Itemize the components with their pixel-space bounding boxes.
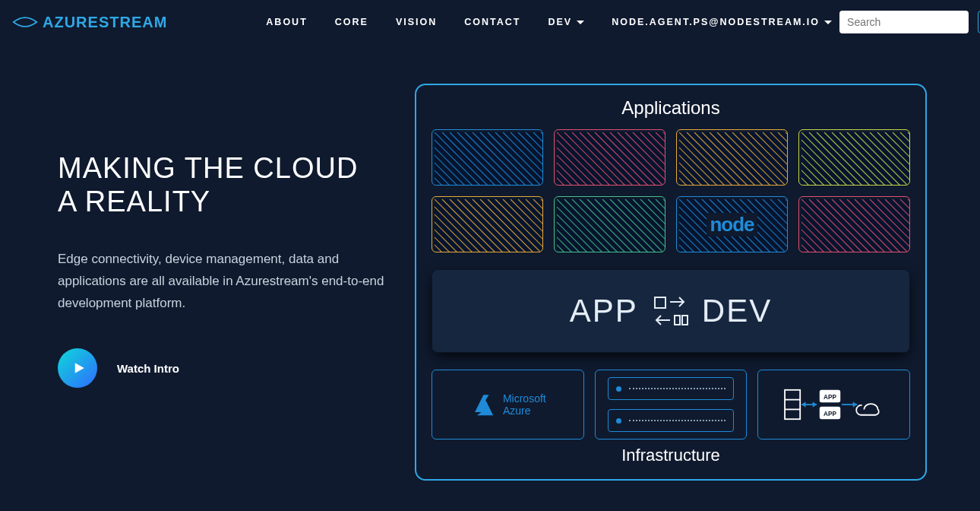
headline: MAKING THE CLOUD A REALITY xyxy=(58,152,384,218)
svg-marker-206 xyxy=(852,402,856,407)
chevron-down-icon xyxy=(577,21,584,24)
diagram-panel: Applications node APP DEV xyxy=(415,84,927,481)
svg-rect-195 xyxy=(785,390,800,419)
appdev-bar: APP DEV xyxy=(432,269,910,353)
nav-core[interactable]: CORE xyxy=(335,17,368,27)
svg-marker-200 xyxy=(812,402,816,407)
svg-line-141 xyxy=(656,199,665,252)
nav-user-email[interactable]: NODE.AGENT.PS@NODESTREAM.IO xyxy=(612,17,832,27)
topology-icon: APP APP xyxy=(781,380,887,429)
svg-line-138 xyxy=(633,199,665,252)
svg-line-189 xyxy=(900,199,910,252)
hero-section: MAKING THE CLOUD A REALITY Edge connecti… xyxy=(0,44,980,511)
svg-line-69 xyxy=(778,132,788,186)
svg-line-87 xyxy=(855,132,910,186)
appdev-left: APP xyxy=(570,293,638,329)
svg-rect-192 xyxy=(655,297,665,308)
nav-menu: ABOUT CORE VISION CONTACT DEV NODE.AGENT… xyxy=(266,17,832,27)
infra-servers xyxy=(595,370,748,440)
hero-copy: MAKING THE CLOUD A REALITY Edge connecti… xyxy=(58,84,384,481)
search-input[interactable] xyxy=(839,11,969,33)
svg-line-165 xyxy=(778,199,788,252)
watch-intro-label: Watch Intro xyxy=(117,362,179,375)
svg-line-90 xyxy=(877,132,910,186)
svg-line-45 xyxy=(656,132,665,186)
nav-vision[interactable]: VISION xyxy=(396,17,437,27)
azure-icon xyxy=(469,392,495,417)
svg-line-63 xyxy=(732,132,788,186)
nav-dev[interactable]: DEV xyxy=(548,17,584,27)
apps-grid: node xyxy=(432,129,910,252)
svg-text:APP: APP xyxy=(824,394,836,401)
server-rack-icon xyxy=(608,377,735,400)
svg-line-114 xyxy=(511,199,543,252)
app-tile xyxy=(798,129,910,186)
app-tile xyxy=(798,196,910,252)
infra-title: Infrastructure xyxy=(432,446,910,465)
appdev-right: DEV xyxy=(702,293,772,329)
svg-line-18 xyxy=(511,132,543,186)
svg-line-21 xyxy=(533,132,543,186)
eye-icon xyxy=(12,15,38,29)
server-rack-icon xyxy=(608,409,735,432)
svg-line-117 xyxy=(533,199,543,252)
svg-line-15 xyxy=(488,132,543,186)
svg-line-162 xyxy=(755,199,788,252)
app-tile xyxy=(554,129,665,186)
nav-search-group: SEARCH xyxy=(839,11,980,33)
infra-azure: Microsoft Azure xyxy=(432,370,584,440)
lead-text: Edge connectivity, device management, da… xyxy=(58,249,384,315)
play-icon xyxy=(58,348,97,388)
svg-line-39 xyxy=(610,132,665,186)
nav-about[interactable]: ABOUT xyxy=(266,17,307,27)
infra-topology: APP APP xyxy=(757,370,910,440)
svg-line-42 xyxy=(633,132,665,186)
svg-line-186 xyxy=(877,199,910,252)
top-nav: AZURESTREAM ABOUT CORE VISION CONTACT DE… xyxy=(0,0,980,44)
svg-rect-194 xyxy=(682,316,688,325)
chevron-down-icon xyxy=(824,21,832,24)
svg-line-135 xyxy=(610,199,665,252)
app-tile xyxy=(676,129,788,186)
svg-line-183 xyxy=(855,199,910,252)
app-tile-node: node xyxy=(676,196,788,252)
apps-title: Applications xyxy=(432,97,910,119)
svg-rect-193 xyxy=(675,316,680,325)
infra-row: Microsoft Azure A xyxy=(432,370,910,440)
node-logo-text: node xyxy=(707,213,757,236)
azure-label: Microsoft Azure xyxy=(503,392,546,417)
nav-contact[interactable]: CONTACT xyxy=(464,17,520,27)
svg-text:APP: APP xyxy=(824,411,836,417)
svg-line-93 xyxy=(900,132,910,186)
svg-line-66 xyxy=(755,132,788,186)
brand-logo[interactable]: AZURESTREAM xyxy=(12,14,167,31)
swap-icon xyxy=(652,293,688,329)
app-tile xyxy=(432,196,543,252)
watch-intro-button[interactable]: Watch Intro xyxy=(58,348,384,388)
brand-text: AZURESTREAM xyxy=(43,14,167,31)
app-tile xyxy=(554,196,665,252)
svg-line-111 xyxy=(488,199,543,252)
svg-marker-199 xyxy=(801,402,805,407)
app-tile xyxy=(432,129,543,186)
